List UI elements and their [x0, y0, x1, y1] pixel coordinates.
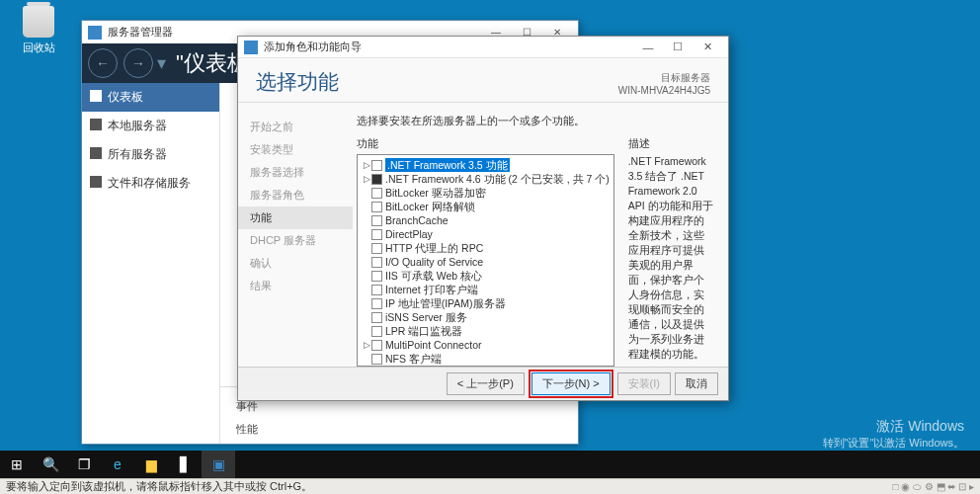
feature-checkbox[interactable]	[371, 271, 382, 282]
next-button[interactable]: 下一步(N) >	[531, 372, 611, 395]
sidebar-item[interactable]: 本地服务器	[82, 112, 219, 140]
recycle-bin-icon	[23, 6, 54, 38]
server-manager-taskbar-button[interactable]: ▣	[202, 451, 235, 478]
feature-row[interactable]: BitLocker 驱动器加密	[360, 186, 612, 200]
feature-label: .NET Framework 3.5 功能	[385, 158, 510, 172]
sidebar-item[interactable]: 所有服务器	[82, 140, 219, 169]
expand-icon[interactable]: ▷	[362, 172, 371, 186]
task-view-button[interactable]: ❐	[67, 451, 101, 478]
feature-row[interactable]: ▷.NET Framework 3.5 功能	[360, 158, 612, 172]
cmd-button[interactable]: ▋	[168, 451, 202, 478]
sidebar-item-icon	[90, 119, 102, 130]
feature-row[interactable]: ▷MultiPoint Connector	[360, 338, 612, 352]
sidebar-item-label: 仪表板	[108, 90, 143, 104]
recycle-bin[interactable]: 回收站	[14, 6, 63, 55]
feature-row[interactable]: IIS 可承载 Web 核心	[360, 269, 612, 283]
feature-row[interactable]: iSNS Server 服务	[360, 310, 612, 324]
wiz-title: 添加角色和功能向导	[264, 40, 362, 54]
wizard-step[interactable]: 开始之前	[238, 116, 353, 138]
sidebar-item-label: 本地服务器	[108, 119, 167, 132]
start-button[interactable]: ⊞	[0, 451, 34, 478]
sidebar-item[interactable]: 仪表板	[82, 83, 219, 112]
feature-checkbox[interactable]	[371, 174, 382, 185]
feature-row[interactable]: HTTP 代理上的 RPC	[360, 241, 612, 255]
feature-checkbox[interactable]	[371, 188, 382, 199]
wiz-maximize-button[interactable]: ☐	[663, 39, 693, 56]
sm-title: 服务器管理器	[108, 25, 173, 40]
wiz-heading: 选择功能	[256, 68, 339, 96]
search-button[interactable]: 🔍	[34, 451, 67, 478]
sidebar-item-icon	[90, 147, 102, 159]
activation-watermark: 激活 Windows 转到"设置"以激活 Windows。	[823, 418, 965, 451]
feature-label: Internet 打印客户端	[385, 283, 478, 296]
nav-forward-button[interactable]: →	[123, 48, 153, 78]
feature-checkbox[interactable]	[371, 354, 382, 365]
feature-checkbox[interactable]	[371, 340, 382, 351]
feature-row[interactable]: Internet 打印客户端	[360, 283, 612, 296]
wizard-icon	[244, 41, 258, 54]
feature-label: MultiPoint Connector	[385, 338, 481, 352]
nav-back-button[interactable]: ←	[88, 48, 118, 78]
feature-label: BitLocker 网络解锁	[385, 200, 475, 213]
feature-label: .NET Framework 4.6 功能 (2 个已安装 , 共 7 个)	[385, 172, 610, 186]
perf-label[interactable]: 性能	[236, 422, 562, 437]
feature-checkbox[interactable]	[371, 298, 382, 309]
feature-checkbox[interactable]	[371, 215, 382, 226]
target-server-value: WIN-MHVA24H4JG5	[618, 85, 710, 96]
wiz-footer: < 上一步(P) 下一步(N) > 安装(I) 取消	[238, 367, 728, 400]
feature-checkbox[interactable]	[371, 312, 382, 323]
feature-checkbox[interactable]	[371, 243, 382, 254]
wizard-step[interactable]: 结果	[238, 275, 353, 297]
feature-label: BranchCache	[385, 213, 449, 227]
feature-row[interactable]: DirectPlay	[360, 227, 612, 241]
prev-button[interactable]: < 上一步(P)	[447, 372, 525, 395]
features-list[interactable]: ▷.NET Framework 3.5 功能▷.NET Framework 4.…	[357, 154, 614, 367]
feature-row[interactable]: IP 地址管理(IPAM)服务器	[360, 296, 612, 310]
sidebar-item-icon	[90, 90, 102, 102]
feature-checkbox[interactable]	[371, 229, 382, 240]
feature-row[interactable]: NFS 客户端	[360, 352, 612, 366]
recycle-bin-label: 回收站	[14, 41, 63, 55]
wiz-minimize-button[interactable]: —	[633, 39, 663, 56]
wizard-step[interactable]: 功能	[238, 206, 353, 229]
feature-checkbox[interactable]	[371, 285, 382, 295]
add-roles-wizard-window: 添加角色和功能向导 — ☐ ✕ 选择功能 目标服务器 WIN-MHVA24H4J…	[237, 36, 729, 401]
feature-checkbox[interactable]	[371, 160, 382, 171]
wiz-titlebar[interactable]: 添加角色和功能向导 — ☐ ✕	[238, 37, 728, 58]
wizard-step[interactable]: 服务器选择	[238, 161, 353, 184]
wizard-step[interactable]: 安装类型	[238, 138, 353, 161]
explorer-button[interactable]: ▆	[134, 451, 168, 478]
expand-icon[interactable]: ▷	[362, 158, 371, 172]
sm-sidebar: 仪表板本地服务器所有服务器文件和存储服务	[82, 83, 220, 444]
description-text: .NET Framework 3.5 结合了 .NET Framework 2.…	[628, 154, 714, 362]
ie-button[interactable]: e	[101, 451, 134, 478]
feature-label: IP 地址管理(IPAM)服务器	[385, 296, 506, 310]
wiz-header: 选择功能 目标服务器 WIN-MHVA24H4JG5	[238, 58, 728, 103]
server-manager-icon	[88, 26, 102, 40]
wiz-steps: 开始之前安装类型服务器选择服务器角色功能DHCP 服务器确认结果	[238, 108, 353, 367]
cancel-button[interactable]: 取消	[675, 372, 718, 395]
description-header: 描述	[628, 136, 714, 151]
feature-row[interactable]: I/O Quality of Service	[360, 255, 612, 269]
expand-icon[interactable]: ▷	[362, 338, 371, 352]
feature-row[interactable]: BitLocker 网络解锁	[360, 200, 612, 213]
wizard-step[interactable]: 确认	[238, 252, 353, 275]
feature-row[interactable]: LPR 端口监视器	[360, 324, 612, 338]
target-server-label: 目标服务器	[618, 71, 710, 85]
vm-status-text: 要将输入定向到该虚拟机，请将鼠标指针移入其中或按 Ctrl+G。	[6, 479, 312, 494]
feature-checkbox[interactable]	[371, 257, 382, 268]
taskbar[interactable]: ⊞ 🔍 ❐ e ▆ ▋ ▣	[0, 451, 980, 478]
events-label[interactable]: 事件	[236, 399, 562, 414]
sidebar-item-label: 文件和存储服务	[108, 176, 191, 190]
feature-row[interactable]: BranchCache	[360, 213, 612, 227]
instruction-text: 选择要安装在所选服务器上的一个或多个功能。	[357, 114, 714, 128]
install-button[interactable]: 安装(I)	[617, 372, 671, 395]
feature-checkbox[interactable]	[371, 326, 382, 337]
wizard-step[interactable]: DHCP 服务器	[238, 229, 353, 252]
feature-row[interactable]: ▷.NET Framework 4.6 功能 (2 个已安装 , 共 7 个)	[360, 172, 612, 186]
wizard-step[interactable]: 服务器角色	[238, 184, 353, 206]
sidebar-item[interactable]: 文件和存储服务	[82, 169, 219, 198]
feature-checkbox[interactable]	[371, 202, 382, 212]
sidebar-item-label: 所有服务器	[108, 147, 167, 161]
wiz-close-button[interactable]: ✕	[693, 39, 722, 56]
